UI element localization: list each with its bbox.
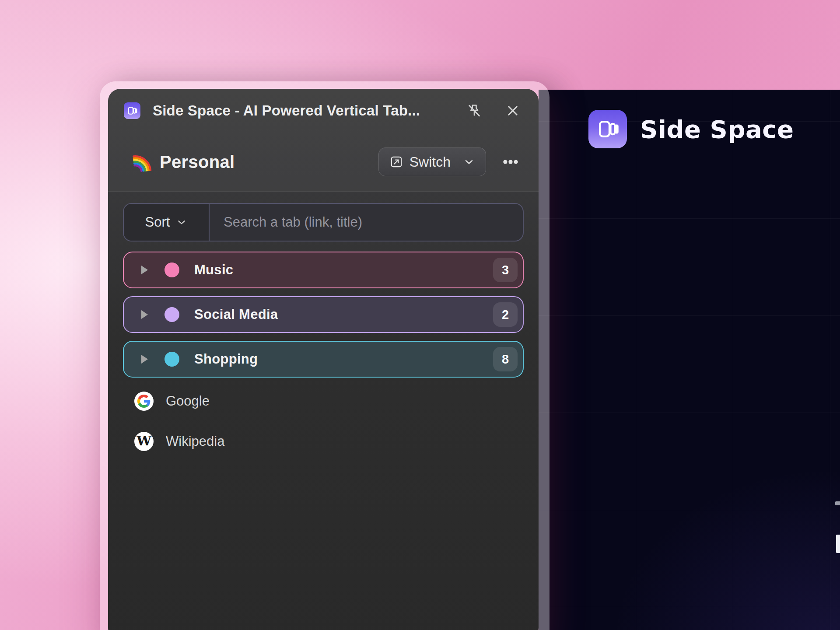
background-web-page: Side Space bbox=[539, 90, 840, 630]
page-corner-glow bbox=[539, 90, 840, 630]
search-input[interactable] bbox=[210, 204, 523, 241]
expand-caret-icon[interactable] bbox=[141, 266, 148, 274]
switch-window-icon bbox=[389, 155, 403, 169]
switch-space-button[interactable]: Switch bbox=[378, 147, 486, 176]
titlebar-actions bbox=[466, 102, 521, 119]
tab-title: Google bbox=[166, 393, 210, 409]
tab-count-badge: 2 bbox=[493, 302, 518, 327]
tab-group-row-shopping[interactable]: Shopping 8 bbox=[123, 341, 524, 378]
screenshot-root: Side Space Side Space - AI Powered Verti… bbox=[0, 0, 840, 630]
sort-dropdown[interactable]: Sort bbox=[124, 204, 210, 241]
group-name: Shopping bbox=[194, 351, 493, 367]
google-favicon bbox=[134, 392, 154, 411]
sort-label: Sort bbox=[145, 214, 170, 230]
unpin-icon[interactable] bbox=[466, 102, 483, 119]
group-color-dot bbox=[164, 307, 179, 322]
space-name: Personal bbox=[160, 152, 234, 172]
popup-title: Side Space - AI Powered Vertical Tab... bbox=[153, 102, 420, 119]
close-icon[interactable] bbox=[504, 102, 521, 119]
popup-header: Side Space - AI Powered Vertical Tab... bbox=[108, 89, 539, 192]
tab-row-wikipedia[interactable]: W Wikipedia bbox=[123, 421, 524, 462]
tab-count-badge: 8 bbox=[493, 347, 518, 371]
expand-caret-icon[interactable] bbox=[141, 310, 148, 319]
wikipedia-w-glyph: W bbox=[136, 434, 151, 448]
tab-group-list: Music 3 Social Media 2 Shopping 8 bbox=[123, 252, 524, 378]
group-name: Music bbox=[194, 262, 493, 278]
switch-label: Switch bbox=[410, 154, 451, 170]
more-options-icon[interactable] bbox=[500, 151, 521, 172]
expand-caret-icon[interactable] bbox=[141, 355, 148, 364]
clipped-page-content-fragment bbox=[835, 501, 840, 505]
group-name: Social Media bbox=[194, 307, 493, 322]
page-brand: Side Space bbox=[588, 110, 794, 148]
group-color-dot bbox=[164, 352, 179, 367]
sort-search-bar: Sort bbox=[123, 203, 524, 242]
group-color-dot bbox=[164, 262, 179, 277]
rainbow-icon bbox=[131, 152, 151, 172]
page-brand-title: Side Space bbox=[640, 115, 794, 144]
tab-group-row-music[interactable]: Music 3 bbox=[123, 252, 524, 288]
side-space-logo-icon bbox=[124, 102, 140, 119]
side-space-logo-icon bbox=[588, 110, 627, 148]
popup-titlebar: Side Space - AI Powered Vertical Tab... bbox=[108, 89, 539, 133]
side-space-popup: Side Space - AI Powered Vertical Tab... bbox=[108, 89, 539, 630]
chevron-down-icon bbox=[176, 217, 187, 228]
chevron-down-icon bbox=[463, 156, 475, 168]
tab-title: Wikipedia bbox=[166, 434, 224, 449]
space-header: Personal Switch bbox=[108, 133, 539, 191]
loose-tab-list: Google W Wikipedia bbox=[123, 381, 524, 462]
tab-count-badge: 3 bbox=[493, 258, 518, 282]
tab-group-row-social-media[interactable]: Social Media 2 bbox=[123, 296, 524, 333]
wikipedia-favicon: W bbox=[134, 432, 154, 451]
tab-row-google[interactable]: Google bbox=[123, 381, 524, 421]
clipped-page-heading-fragment bbox=[836, 535, 840, 553]
